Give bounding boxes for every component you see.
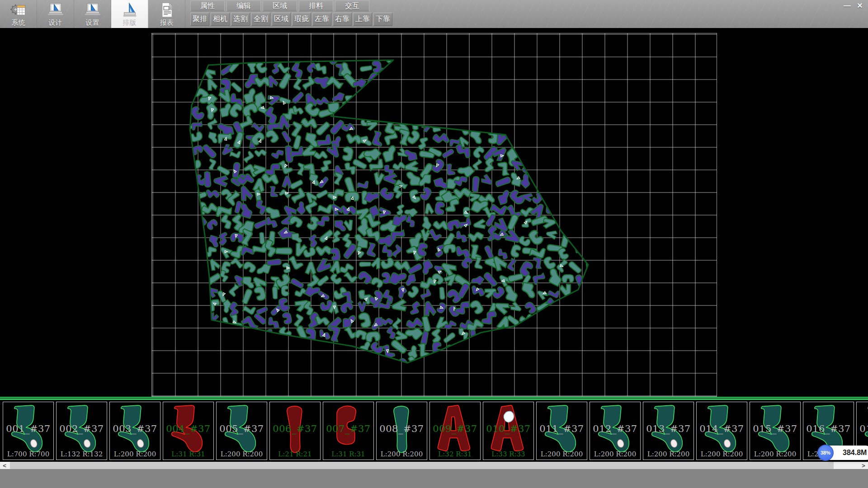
piece-count-label: L:200 R:200 bbox=[643, 450, 693, 458]
piece-count-label: L:200 R:200 bbox=[697, 450, 747, 458]
piece-id-label: 016_#37 bbox=[803, 423, 854, 434]
window-controls: — ✕ bbox=[841, 1, 866, 10]
title-bar: 系统 设计 设置 bbox=[0, 0, 868, 28]
piece-id-label: 009_#37 bbox=[430, 423, 480, 434]
piece-count-label: L:200 R:200 bbox=[377, 450, 427, 458]
piece-id-label: 017_#37 bbox=[857, 423, 868, 434]
settings-button-label: 设置 bbox=[86, 19, 99, 27]
thumbnail-cell[interactable]: 006_#37L:21 R:21 bbox=[269, 402, 321, 460]
piece-id-label: 001_#37 bbox=[3, 423, 53, 434]
piece-count-label: L:33 R:33 bbox=[483, 450, 533, 458]
tool-region[interactable]: 区域 bbox=[272, 13, 291, 26]
piece-count-label: L:200 R:200 bbox=[590, 450, 640, 458]
main-toolbar: 系统 设计 设置 bbox=[0, 0, 185, 28]
tool-align-left[interactable]: 左靠 bbox=[312, 13, 331, 26]
piece-id-label: 012_#37 bbox=[590, 423, 640, 434]
close-button[interactable]: ✕ bbox=[854, 1, 866, 10]
thumbnail-cell[interactable]: 001_#37L:700 R:700 bbox=[3, 402, 54, 460]
nesting-canvas[interactable] bbox=[151, 33, 717, 397]
tool-camera[interactable]: 相机 bbox=[211, 13, 230, 26]
piece-count-label: L:132 R:132 bbox=[57, 450, 107, 458]
layout-icon bbox=[122, 2, 138, 18]
piece-id-label: 014_#37 bbox=[697, 423, 747, 434]
piece-id-label: 003_#37 bbox=[110, 423, 160, 434]
piece-id-label: 010_#37 bbox=[483, 423, 533, 434]
status-bar bbox=[0, 469, 868, 488]
piece-count-label: L:31 R:31 bbox=[163, 450, 213, 458]
thumbnail-cell[interactable]: 015_#37L:200 R:200 bbox=[750, 402, 801, 460]
thumbnail-cell[interactable]: 012_#37L:200 R:200 bbox=[590, 402, 641, 460]
system-button[interactable]: 系统 bbox=[0, 0, 37, 28]
tool-defect[interactable]: 瑕疵 bbox=[292, 13, 311, 26]
thumbnail-cell[interactable]: 007_#37L:31 R:31 bbox=[323, 402, 374, 460]
thumbnail-cell[interactable]: 003_#37L:200 R:200 bbox=[109, 402, 160, 460]
menu-tab-edit[interactable]: 编辑 bbox=[226, 0, 261, 11]
menu-tab-nesting[interactable]: 排料 bbox=[299, 0, 333, 11]
thumbnail-cell[interactable]: 002_#37L:132 R:132 bbox=[56, 402, 107, 460]
minimize-button[interactable]: — bbox=[841, 1, 854, 10]
thumbnail-cell[interactable]: 013_#37L:200 R:200 bbox=[643, 402, 694, 460]
menu-tab-properties[interactable]: 属性 bbox=[190, 0, 225, 11]
piece-count-label: L:32 R:31 bbox=[430, 450, 480, 458]
settings-button[interactable]: 设置 bbox=[74, 0, 111, 28]
tool-button-row: 聚排 相机 选割 全割 区域 瑕疵 左靠 右靠 上靠 下靠 bbox=[190, 13, 394, 26]
layout-button[interactable]: 排版 bbox=[111, 0, 148, 28]
settings-icon bbox=[85, 2, 101, 18]
tool-align-bottom[interactable]: 下靠 bbox=[373, 13, 392, 26]
report-button-label: 报表 bbox=[160, 19, 174, 27]
progress-badge: 384.8M 38% bbox=[817, 445, 864, 461]
piece-id-label: 011_#37 bbox=[537, 423, 587, 434]
thumbnail-cell[interactable]: 008_#37L:200 R:200 bbox=[376, 402, 427, 460]
thumbnail-cell[interactable]: 004_#37L:31 R:31 bbox=[163, 402, 214, 460]
scroll-right-arrow-icon[interactable]: > bbox=[859, 462, 868, 469]
piece-count-label: L:200 R:200 bbox=[217, 450, 267, 458]
piece-count-label: L:200 R:200 bbox=[110, 450, 160, 458]
report-icon bbox=[159, 2, 175, 18]
piece-count-label: L:31 R:31 bbox=[323, 450, 373, 458]
tool-cluster-nest[interactable]: 聚排 bbox=[190, 13, 209, 26]
tool-align-top[interactable]: 上靠 bbox=[353, 13, 372, 26]
system-button-label: 系统 bbox=[12, 19, 25, 27]
thumbnail-cell[interactable]: 011_#37L:200 R:200 bbox=[536, 402, 587, 460]
piece-id-label: 015_#37 bbox=[750, 423, 800, 434]
horizontal-scrollbar[interactable]: < > bbox=[0, 462, 868, 469]
piece-thumbnail-strip: 001_#37L:700 R:700002_#37L:132 R:132003_… bbox=[0, 402, 868, 460]
piece-list-panel: 001_#37L:700 R:700002_#37L:132 R:132003_… bbox=[0, 397, 868, 462]
piece-count-label: L:700 R:700 bbox=[3, 450, 53, 458]
canvas-svg bbox=[152, 33, 717, 396]
piece-id-label: 013_#37 bbox=[643, 423, 693, 434]
layout-button-label: 排版 bbox=[123, 19, 137, 27]
thumbnail-cell[interactable]: 014_#37L:200 R:200 bbox=[696, 402, 747, 460]
piece-count-label: L:200 R:200 bbox=[750, 450, 800, 458]
scrollbar-thumb[interactable] bbox=[10, 462, 834, 469]
scroll-left-arrow-icon[interactable]: < bbox=[0, 462, 9, 469]
piece-id-label: 004_#37 bbox=[163, 423, 213, 434]
tool-select-cut[interactable]: 选割 bbox=[231, 13, 250, 26]
menu-tab-interact[interactable]: 交互 bbox=[335, 0, 369, 11]
tool-align-right[interactable]: 右靠 bbox=[333, 13, 352, 26]
tool-cut-all[interactable]: 全割 bbox=[251, 13, 270, 26]
design-icon bbox=[47, 2, 64, 18]
design-button[interactable]: 设计 bbox=[37, 0, 74, 28]
progress-percent: 38% bbox=[817, 445, 834, 461]
thumbnail-cell[interactable]: 009_#37L:32 R:31 bbox=[429, 402, 481, 460]
piece-id-label: 002_#37 bbox=[57, 423, 107, 434]
panel-separator-line bbox=[0, 397, 868, 400]
report-button[interactable]: 报表 bbox=[148, 0, 185, 28]
thumbnail-cell[interactable]: 010_#37L:33 R:33 bbox=[483, 402, 534, 460]
menu-tab-row: 属性 编辑 区域 排料 交互 bbox=[190, 0, 371, 12]
piece-id-label: 007_#37 bbox=[323, 423, 373, 434]
menu-tab-region[interactable]: 区域 bbox=[263, 0, 297, 11]
system-gear-icon bbox=[10, 2, 27, 18]
thumbnail-cell[interactable]: 005_#37L:200 R:200 bbox=[216, 402, 267, 460]
piece-id-label: 008_#37 bbox=[377, 423, 427, 434]
piece-count-label: L:200 R:200 bbox=[537, 450, 587, 458]
piece-id-label: 005_#37 bbox=[217, 423, 267, 434]
piece-id-label: 006_#37 bbox=[270, 423, 320, 434]
piece-count-label: L:21 R:21 bbox=[270, 450, 320, 458]
design-button-label: 设计 bbox=[49, 19, 62, 27]
